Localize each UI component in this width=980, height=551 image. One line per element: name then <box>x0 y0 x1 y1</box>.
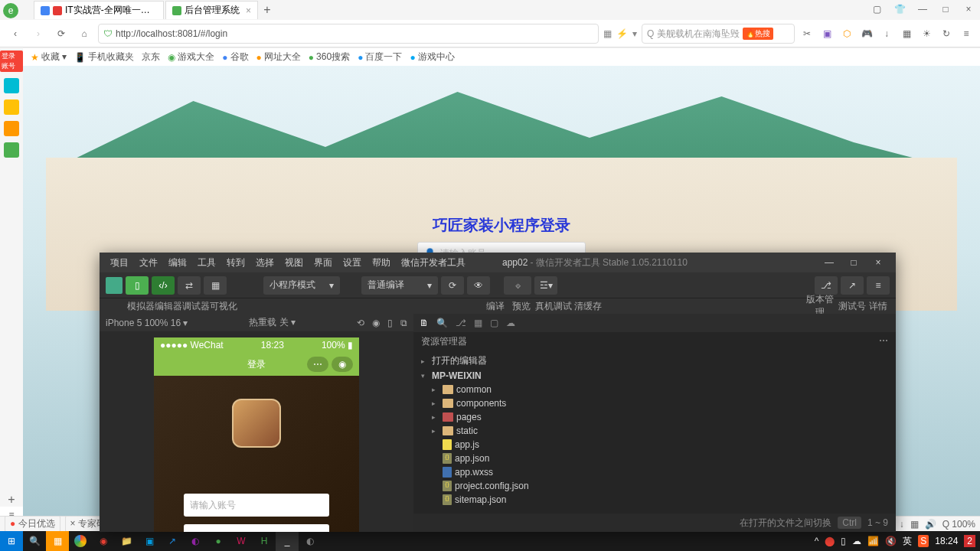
forward-button[interactable]: › <box>29 24 47 43</box>
menu-view[interactable]: 视图 <box>280 255 308 271</box>
grid-icon[interactable]: ▦ <box>899 26 914 41</box>
menu-settings[interactable]: 设置 <box>338 255 366 271</box>
maximize-button[interactable]: □ <box>934 0 957 18</box>
tree-folder[interactable]: ▸pages <box>413 410 896 424</box>
shield-ext-icon[interactable]: ⬡ <box>839 26 854 41</box>
task-app[interactable]: H <box>253 531 276 551</box>
menu-wxtools[interactable]: 微信开发者工具 <box>397 255 470 271</box>
qr-icon[interactable]: ▦ <box>603 28 612 39</box>
visual-button[interactable]: ▦ <box>204 276 227 295</box>
menu-help[interactable]: 帮助 <box>368 255 395 271</box>
dt-minimize-button[interactable]: — <box>818 257 841 268</box>
hotreload-select[interactable]: 热重载 关 ▾ <box>249 316 296 329</box>
tray-ime[interactable]: 英 <box>903 535 912 548</box>
tray-chevron-icon[interactable]: ^ <box>815 536 819 546</box>
close-button[interactable]: × <box>957 0 980 18</box>
cloud-icon[interactable]: ☁ <box>506 318 515 328</box>
capsule-close-icon[interactable]: ◉ <box>332 357 353 372</box>
phone-username-input[interactable]: 请输入账号 <box>184 494 329 517</box>
task-app[interactable]: ◉ <box>92 531 115 551</box>
files-icon[interactable]: 🗎 <box>420 318 429 328</box>
tree-file[interactable]: {}app.json <box>413 452 896 465</box>
speaker-icon[interactable]: 🔊 <box>925 519 936 530</box>
task-wechat[interactable]: ● <box>207 531 230 551</box>
bookmark-item[interactable]: ●360搜索 <box>309 51 350 64</box>
task-chrome[interactable] <box>69 531 92 551</box>
more-icon[interactable]: ⋯ <box>879 335 888 348</box>
bookmark-item[interactable]: 📱手机收藏夹 <box>74 51 134 64</box>
record-icon[interactable]: ◉ <box>372 318 380 328</box>
scissors-icon[interactable]: ✂ <box>799 26 815 41</box>
reload-button[interactable]: ⟳ <box>52 24 70 43</box>
back-button[interactable]: ‹ <box>6 24 24 43</box>
bookmark-item[interactable]: ★收藏 ▾ <box>31 51 67 64</box>
zoom-label[interactable]: Q 100% <box>942 519 975 530</box>
ext2-icon[interactable]: ▢ <box>490 318 498 328</box>
download-icon[interactable]: ↓ <box>879 26 894 41</box>
task-app[interactable]: ↗ <box>161 531 184 551</box>
task-app[interactable]: ▦ <box>46 531 69 551</box>
device-select[interactable]: iPhone 5 100% 16 ▾ <box>106 318 188 328</box>
menu-interface[interactable]: 界面 <box>309 255 337 271</box>
skin-button[interactable]: 👕 <box>888 0 911 18</box>
login-badge[interactable]: 登录账号 <box>0 51 23 72</box>
menu-tools[interactable]: 工具 <box>193 255 220 271</box>
status-tag[interactable]: ● 今日优选 <box>5 516 60 532</box>
tray-sogou-icon[interactable]: S <box>918 535 929 547</box>
bookmark-item[interactable]: ●游戏中心 <box>410 51 454 64</box>
gear-icon[interactable]: ☀ <box>919 26 934 41</box>
task-app[interactable]: W <box>230 531 253 551</box>
flash-icon[interactable]: ⚡ <box>616 28 628 39</box>
tray-notification-icon[interactable]: 2 <box>964 535 975 547</box>
sidebar-add-icon[interactable]: + <box>8 493 15 507</box>
home-button[interactable]: ⌂ <box>75 24 93 43</box>
browser-tab-active[interactable]: 后台管理系统 × <box>165 1 258 19</box>
mode-select[interactable]: 小程序模式▾ <box>263 276 340 295</box>
tree-folder[interactable]: ▸components <box>413 396 896 410</box>
game-icon[interactable]: 🎮 <box>859 26 874 41</box>
minimize-button[interactable]: — <box>911 0 934 18</box>
tray-clock[interactable]: 18:24 <box>935 536 958 546</box>
realdevice-button[interactable]: ⟐ <box>504 276 531 295</box>
sidebar-icon[interactable] <box>4 78 19 93</box>
search-box[interactable]: Q 美舰载机在南海坠毁 🔥热搜 <box>642 24 795 44</box>
version-button[interactable]: ⎇ <box>815 276 838 295</box>
tree-file[interactable]: {}project.config.json <box>413 479 896 493</box>
compile-select[interactable]: 普通编译▾ <box>361 276 438 295</box>
simulator-button[interactable]: ▯ <box>126 276 149 295</box>
grid-icon[interactable]: ▦ <box>910 519 919 530</box>
menu-project[interactable]: 项目 <box>106 255 133 271</box>
address-bar[interactable]: 🛡 http://localhost:8081/#/login <box>98 24 599 44</box>
tray-icon[interactable]: ▯ <box>841 536 846 546</box>
editor-button[interactable]: ‹/› <box>152 276 175 295</box>
dt-maximize-button[interactable]: □ <box>842 257 865 268</box>
tree-folder[interactable]: ▸common <box>413 383 896 396</box>
chevron-down-icon[interactable]: ▾ <box>632 28 637 39</box>
tray-volume-icon[interactable]: 🔇 <box>885 536 897 546</box>
task-app[interactable]: ▣ <box>138 531 161 551</box>
tray-onedrive-icon[interactable]: ☁ <box>852 536 861 546</box>
tree-file[interactable]: app.js <box>413 438 896 452</box>
clearcache-button[interactable]: ☲▾ <box>534 276 557 295</box>
tray-wifi-icon[interactable]: 📶 <box>867 536 879 546</box>
compile-button[interactable]: ⟳ <box>441 276 464 295</box>
extension-icon[interactable]: ▣ <box>819 26 835 41</box>
sidebar-icon[interactable] <box>4 142 19 158</box>
bookmark-item[interactable]: ◉游戏大全 <box>168 51 214 64</box>
bookmark-item[interactable]: ●百度一下 <box>358 51 402 64</box>
start-button[interactable]: ⊞ <box>0 531 23 551</box>
dt-close-button[interactable]: × <box>867 257 890 268</box>
new-tab-button[interactable]: + <box>260 3 275 17</box>
tree-project-root[interactable]: ▾MP-WEIXIN <box>413 369 896 383</box>
tree-file[interactable]: {}sitemap.json <box>413 493 896 507</box>
detail-button[interactable]: ≡ <box>867 276 890 295</box>
menu-edit[interactable]: 编辑 <box>164 255 191 271</box>
phone-icon[interactable]: ▯ <box>387 318 393 328</box>
menu-goto[interactable]: 转到 <box>222 255 250 271</box>
pip-button[interactable]: ▢ <box>865 0 888 18</box>
download-icon[interactable]: ↓ <box>900 519 904 530</box>
branch-icon[interactable]: ⎇ <box>456 318 466 328</box>
tree-folder[interactable]: ▸static <box>413 424 896 438</box>
task-devtools[interactable]: ◐ <box>299 531 322 551</box>
task-app[interactable]: ◐ <box>184 531 207 551</box>
